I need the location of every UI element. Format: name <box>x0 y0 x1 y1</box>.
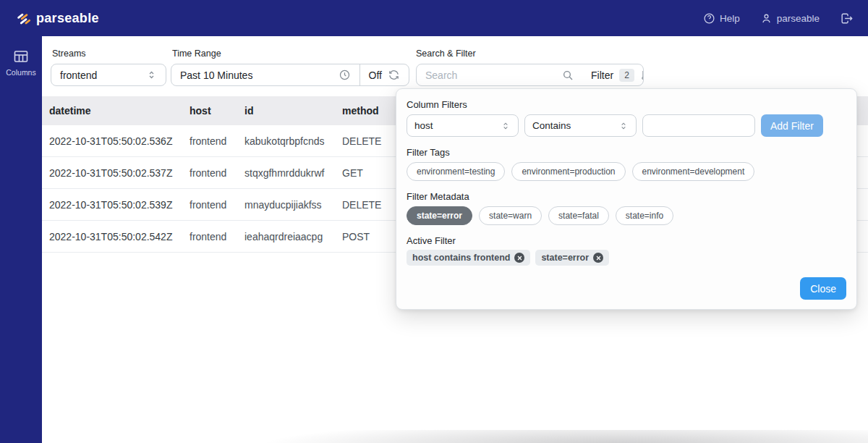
bottom-shadow <box>208 430 868 443</box>
sidebar: Columns <box>0 36 42 443</box>
cell-host: frontend <box>190 167 244 179</box>
cell-host: frontend <box>190 135 244 147</box>
col-header-id[interactable]: id <box>244 105 342 117</box>
filter-count-badge: 2 <box>619 69 634 82</box>
col-header-datetime[interactable]: datetime <box>49 105 190 117</box>
close-button[interactable]: Close <box>800 277 846 300</box>
filter-button[interactable]: Filter 2 <box>582 64 644 85</box>
add-filter-button[interactable]: Add Filter <box>761 114 823 137</box>
chevron-updown-icon <box>501 121 511 131</box>
filter-operator-select[interactable]: Contains <box>524 114 637 137</box>
search-filter-control: Filter 2 <box>416 64 644 86</box>
cell-id: mnayducpijiakfss <box>244 199 342 211</box>
tag-pill[interactable]: environment=testing <box>407 162 505 181</box>
search-input[interactable] <box>425 64 556 85</box>
time-range-picker[interactable]: Past 10 Minutes <box>171 64 359 85</box>
time-range-label: Time Range <box>172 48 221 59</box>
metadata-pill[interactable]: state=warn <box>479 206 542 225</box>
app-window: parseable Help <box>0 0 868 443</box>
cell-datetime: 2022-10-31T05:50:02.542Z <box>49 231 190 242</box>
logout-icon <box>840 12 854 25</box>
parseable-logo-icon <box>16 11 31 26</box>
cell-datetime: 2022-10-31T05:50:02.537Z <box>49 167 190 179</box>
chevron-updown-icon <box>146 69 157 80</box>
brand-name: parseable <box>36 11 99 26</box>
cell-id: stqxgfhmrddukrwf <box>244 167 342 179</box>
time-range-value: Past 10 Minutes <box>180 69 252 81</box>
active-filters-row: host contains frontend state=error <box>407 250 846 266</box>
cell-host: frontend <box>190 199 244 211</box>
sidebar-item-label: Columns <box>6 68 35 77</box>
column-filter-builder: host Contains Add Fi <box>407 114 846 137</box>
sliders-icon <box>640 69 644 81</box>
help-label: Help <box>720 13 740 24</box>
filter-operator-value: Contains <box>532 120 571 131</box>
filter-column-select[interactable]: host <box>407 114 519 137</box>
filter-column-value: host <box>414 120 433 131</box>
refresh-icon <box>388 69 400 81</box>
main-content: Streams frontend Time Range Past 10 Minu… <box>42 36 868 443</box>
metadata-pill[interactable]: state=info <box>616 206 673 225</box>
stream-select-value: frontend <box>60 69 97 81</box>
stream-select[interactable]: frontend <box>51 64 166 86</box>
filter-value-input[interactable] <box>642 114 755 137</box>
cell-id: ieahaqrdreiaacpg <box>244 231 342 242</box>
help-icon <box>703 12 715 25</box>
filter-metadata-label: Filter Metadata <box>407 191 846 202</box>
cell-datetime: 2022-10-31T05:50:02.539Z <box>49 199 190 211</box>
metadata-pill-selected[interactable]: state=error <box>407 206 472 225</box>
auto-refresh-toggle[interactable]: Off <box>360 64 409 85</box>
chevron-updown-icon <box>618 121 629 131</box>
streams-label: Streams <box>52 48 86 59</box>
active-filter-text: host contains frontend <box>412 253 510 263</box>
active-filter-chip: state=error <box>535 250 609 266</box>
column-filters-label: Column Filters <box>407 99 846 110</box>
tag-pill[interactable]: environment=development <box>632 162 755 181</box>
tag-pill[interactable]: environment=production <box>511 162 625 181</box>
remove-filter-icon[interactable] <box>593 253 603 263</box>
filter-metadata-row: state=error state=warn state=fatal state… <box>407 206 846 225</box>
user-icon <box>760 12 773 25</box>
top-navbar: parseable Help <box>0 0 868 36</box>
remove-filter-icon[interactable] <box>514 253 524 263</box>
search-filter-label: Search & Filter <box>416 48 476 59</box>
user-menu[interactable]: parseable <box>760 12 820 25</box>
filter-tags-row: environment=testing environment=producti… <box>407 162 846 181</box>
username-label: parseable <box>777 13 820 24</box>
navbar-actions: Help parseable <box>703 12 854 25</box>
filter-button-label: Filter <box>591 69 613 81</box>
refresh-state-label: Off <box>369 69 382 81</box>
filter-popover: Column Filters host Contains <box>396 88 857 310</box>
brand-logo[interactable]: parseable <box>16 11 99 26</box>
logout-button[interactable] <box>840 12 854 25</box>
columns-icon <box>12 48 30 65</box>
active-filter-chip: host contains frontend <box>407 250 530 266</box>
cell-id: kabukotqrbpfcnds <box>244 135 342 147</box>
clock-icon <box>339 69 351 81</box>
metadata-pill[interactable]: state=fatal <box>548 206 609 225</box>
cell-datetime: 2022-10-31T05:50:02.536Z <box>49 135 190 147</box>
sidebar-item-columns[interactable]: Columns <box>0 36 42 84</box>
col-header-host[interactable]: host <box>190 105 244 117</box>
time-range-control: Past 10 Minutes Off <box>171 64 409 86</box>
search-icon <box>562 69 574 81</box>
help-button[interactable]: Help <box>703 12 740 25</box>
cell-host: frontend <box>190 231 244 242</box>
active-filter-label: Active Filter <box>407 235 846 246</box>
active-filter-text: state=error <box>541 253 589 263</box>
filter-tags-label: Filter Tags <box>407 147 846 158</box>
